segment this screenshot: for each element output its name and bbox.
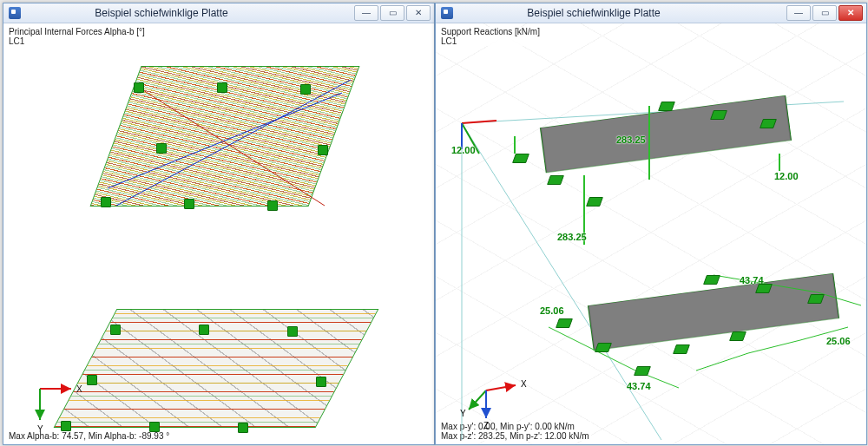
result-footer: Max Alpha-b: 74.57, Min Alpha-b: -89.93 … bbox=[7, 431, 171, 441]
support-node bbox=[184, 199, 194, 209]
axis-x-label: X bbox=[521, 379, 527, 389]
reaction-value: 283.25 bbox=[616, 134, 646, 145]
app-icon bbox=[9, 7, 21, 19]
support-node bbox=[318, 145, 328, 155]
maximize-button[interactable]: ▭ bbox=[380, 5, 404, 21]
window-left: Beispiel schiefwinklige Platte — ▭ ✕ Pri… bbox=[3, 3, 435, 445]
support-node bbox=[199, 325, 209, 335]
axis-z-label: Z bbox=[483, 421, 489, 430]
axis-x-label: X bbox=[76, 384, 82, 394]
axes-xy: X Y bbox=[40, 381, 41, 382]
viewport-right[interactable]: Support Reactions [kN/m] LC1 Max p-y': 0… bbox=[436, 23, 866, 444]
svg-line-1 bbox=[116, 80, 351, 206]
titlebar-right[interactable]: Beispiel schiefwinklige Platte — ▭ ✕ bbox=[436, 3, 866, 23]
window-title: Beispiel schiefwinklige Platte bbox=[26, 7, 349, 19]
reaction-edge bbox=[514, 136, 516, 154]
support-node bbox=[110, 325, 121, 335]
support-node bbox=[61, 421, 71, 431]
reaction-value: 12.00 bbox=[451, 145, 476, 155]
reaction-edge bbox=[779, 154, 780, 171]
reaction-distribution bbox=[540, 266, 861, 405]
axis-y-label: Y bbox=[37, 424, 43, 434]
window-right: Beispiel schiefwinklige Platte — ▭ ✕ Sup… bbox=[435, 3, 867, 445]
support-node bbox=[238, 423, 248, 433]
support-node bbox=[101, 197, 111, 207]
support-node bbox=[134, 82, 144, 93]
support-node bbox=[267, 200, 278, 211]
axis-y-label: Y bbox=[460, 409, 466, 418]
svg-line-0 bbox=[108, 93, 342, 188]
support-node bbox=[149, 422, 160, 432]
result-header: Principal Internal Forces Alpha-b [°] LC… bbox=[7, 27, 147, 46]
support-node bbox=[287, 326, 298, 337]
reaction-value: 43.74 bbox=[627, 381, 651, 391]
support-node bbox=[87, 375, 97, 385]
reaction-value: 283.25 bbox=[557, 232, 587, 242]
reaction-peak bbox=[648, 106, 650, 180]
minimize-button[interactable]: — bbox=[786, 5, 811, 21]
minimize-button[interactable]: — bbox=[354, 5, 378, 21]
support-node bbox=[156, 143, 167, 154]
close-button[interactable]: ✕ bbox=[838, 5, 863, 21]
titlebar-left[interactable]: Beispiel schiefwinklige Platte — ▭ ✕ bbox=[3, 3, 434, 23]
viewport-left[interactable]: Principal Internal Forces Alpha-b [°] LC… bbox=[3, 23, 434, 444]
maximize-button[interactable]: ▭ bbox=[812, 5, 837, 21]
axes-xyz: X Y Z bbox=[486, 383, 487, 384]
reaction-value: 12.00 bbox=[774, 171, 799, 181]
window-title: Beispiel schiefwinklige Platte bbox=[458, 7, 781, 19]
support-node bbox=[300, 84, 311, 95]
close-button[interactable]: ✕ bbox=[406, 5, 431, 21]
reaction-value: 25.06 bbox=[540, 305, 564, 316]
app-icon bbox=[441, 7, 453, 19]
support-node bbox=[217, 82, 227, 93]
reaction-value: 25.06 bbox=[826, 336, 851, 346]
principal-overlay bbox=[90, 58, 368, 223]
support-node bbox=[316, 377, 326, 387]
